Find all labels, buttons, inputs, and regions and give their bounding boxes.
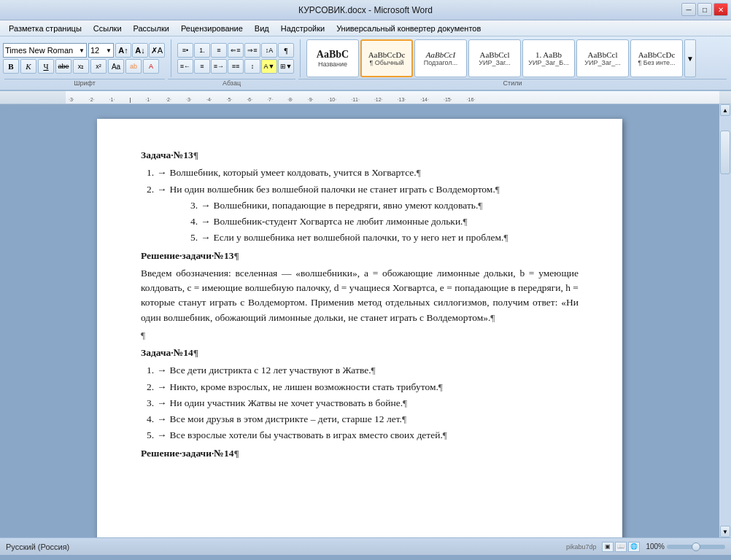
list-item: 2. → Ни один волшебник без волшебной пал…: [141, 182, 579, 197]
border-button[interactable]: ⊞▼: [278, 59, 294, 74]
list-item: 1. → Волшебник, который умеет колдовать,…: [141, 166, 579, 180]
bold-button[interactable]: B: [3, 59, 19, 74]
highlight-button[interactable]: ab: [125, 59, 142, 74]
vertical-scrollbar[interactable]: ▲ ▼: [719, 104, 731, 537]
style-title[interactable]: AaBbC Название: [306, 39, 359, 77]
font-name-selector[interactable]: Times New Roman ▼: [3, 43, 87, 58]
empty-para: ¶: [141, 328, 579, 343]
shrink-font-button[interactable]: A↓: [132, 43, 148, 58]
view-web-button[interactable]: 🌐: [628, 542, 640, 552]
list-item: 4. → Волшебник-студент Хогвартса не люби…: [185, 214, 579, 229]
line-spacing-button[interactable]: ↕: [244, 59, 260, 74]
font-section-label: Шрифт: [4, 79, 165, 87]
case-button[interactable]: Aa: [108, 59, 124, 74]
title-bar: КУРСОВИК.docx - Microsoft Word ─ □ ✕: [0, 0, 731, 20]
list-item: 2. → Никто, кроме взрослых, не лишен воз…: [141, 380, 579, 394]
style-subtitle[interactable]: AaBbCcI Подзагол...: [414, 39, 467, 77]
zoom-slider[interactable]: [667, 545, 725, 549]
styles-section-label: Стили: [298, 79, 727, 87]
strikethrough-button[interactable]: abe: [55, 59, 71, 74]
subscript-button[interactable]: x₂: [73, 59, 89, 74]
ruler: ·3· ·2· ·1· | ·1· ·2· ·3· ·4· ·5· ·6· ·7…: [0, 91, 731, 104]
list-item: 5. → Если у волшебника нет волшебной пал…: [185, 230, 579, 245]
heading-solution13: Решение·задачи·№13¶: [141, 249, 579, 263]
style-uir3[interactable]: AaBbCcl УИР_Заг_...: [576, 39, 629, 77]
align-right-button[interactable]: ≡→: [211, 59, 227, 74]
italic-button[interactable]: K: [20, 59, 36, 74]
style-uir2[interactable]: 1. AaBb УИР_Заг_Б...: [522, 39, 575, 77]
underline-button[interactable]: Ч: [38, 59, 54, 74]
sort-button[interactable]: ↕A: [261, 43, 277, 58]
justify-button[interactable]: ≡≡: [228, 59, 244, 74]
styles-scroll-down[interactable]: ▼: [684, 39, 696, 77]
minimize-button[interactable]: ─: [681, 3, 696, 16]
increase-indent-button[interactable]: ⇒≡: [244, 43, 260, 58]
document-scroll[interactable]: Задача·№13¶ 1. → Волшебник, который умее…: [0, 104, 719, 537]
status-bar: Русский (Россия) pikabu7dp ▣ 📖 🌐 100%: [0, 537, 731, 555]
view-normal-button[interactable]: ▣: [602, 542, 614, 552]
solution13-text: Введем обозначения: вселенная — «волшебн…: [141, 266, 579, 325]
numbering-button[interactable]: 1.: [194, 43, 210, 58]
heading-solution14: Решение·задачи·№14¶: [141, 446, 579, 461]
style-uir1[interactable]: AaBbCcl УИР_Заг...: [468, 39, 521, 77]
menu-item-converter[interactable]: Универсальный конвертер документов: [330, 23, 487, 34]
ribbon: Times New Roman ▼ 12 ▼ A↑ A↓ ✗A B K Ч ab…: [0, 36, 731, 91]
document-area: Задача·№13¶ 1. → Волшебник, который умее…: [0, 104, 731, 537]
zoom-level: 100%: [646, 542, 665, 551]
list-item: 3. → Ни один участник Жатвы не хочет уча…: [141, 396, 579, 411]
font-color-button[interactable]: A: [143, 59, 159, 74]
menu-item-review[interactable]: Рецензирование: [175, 23, 249, 34]
view-reader-button[interactable]: 📖: [615, 542, 627, 552]
menu-item-layout[interactable]: Разметка страницы: [3, 23, 88, 34]
status-right-text: pikabu7dp: [566, 543, 597, 551]
window-title: КУРСОВИК.docx - Microsoft Word: [298, 5, 433, 15]
multilevel-button[interactable]: ≡: [211, 43, 227, 58]
show-marks-button[interactable]: ¶: [278, 43, 294, 58]
grow-font-button[interactable]: A↑: [115, 43, 131, 58]
superscript-button[interactable]: x²: [90, 59, 107, 74]
menu-bar: Разметка страницы Ссылки Рассылки Реценз…: [0, 20, 731, 36]
language-indicator: Русский (Россия): [6, 542, 69, 551]
list-item: 4. → Все мои друзья в этом дистрикте – д…: [141, 412, 579, 427]
maximize-button[interactable]: □: [697, 3, 712, 16]
style-no-interval[interactable]: AaBbCcDc ¶ Без инте...: [630, 39, 683, 77]
clear-format-button[interactable]: ✗A: [149, 43, 165, 58]
list-item: 1. → Все дети дистрикта с 12 лет участву…: [141, 363, 579, 378]
paragraph-section-label: Абзац: [168, 79, 295, 87]
menu-item-view[interactable]: Вид: [249, 23, 275, 34]
document-page[interactable]: Задача·№13¶ 1. → Волшебник, который умее…: [97, 119, 622, 537]
align-left-button[interactable]: ≡←: [177, 59, 193, 74]
menu-item-links[interactable]: Ссылки: [88, 23, 128, 34]
decrease-indent-button[interactable]: ⇐≡: [228, 43, 244, 58]
menu-item-mailings[interactable]: Рассылки: [128, 23, 175, 34]
heading-task14: Задача·№14¶: [141, 346, 579, 360]
window-controls[interactable]: ─ □ ✕: [681, 3, 728, 16]
bullets-button[interactable]: ≡•: [177, 43, 193, 58]
menu-item-addins[interactable]: Надстройки: [275, 23, 330, 34]
scrollbar-thumb[interactable]: [720, 131, 730, 174]
close-button[interactable]: ✕: [713, 3, 728, 16]
align-center-button[interactable]: ≡: [194, 59, 210, 74]
style-normal[interactable]: AaBbCcDc ¶ Обычный: [360, 39, 413, 77]
list-item: 3. → Волшебники, попадающие в передряги,…: [185, 198, 579, 213]
font-size-selector[interactable]: 12 ▼: [88, 43, 114, 58]
shading-button[interactable]: A▼: [261, 59, 277, 74]
list-item: 5. → Все взрослые хотели бы участвовать …: [141, 428, 579, 443]
heading-task13: Задача·№13¶: [141, 148, 579, 163]
